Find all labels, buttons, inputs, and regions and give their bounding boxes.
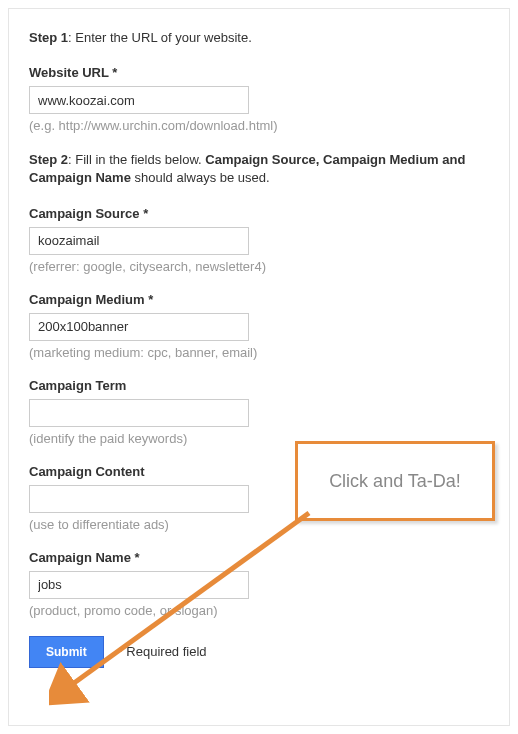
campaign-content-input[interactable] (29, 485, 249, 513)
campaign-source-label: Campaign Source * (29, 206, 489, 221)
campaign-name-input[interactable] (29, 571, 249, 599)
website-url-group: Website URL * (e.g. http://www.urchin.co… (29, 65, 489, 133)
step2-bold1: Step 2 (29, 152, 68, 167)
website-url-label: Website URL * (29, 65, 489, 80)
campaign-medium-label: Campaign Medium * (29, 292, 489, 307)
callout-box: Click and Ta-Da! (295, 441, 495, 521)
step2-text2: should always be used. (131, 170, 270, 185)
step1-bold: Step 1 (29, 30, 68, 45)
campaign-name-group: Campaign Name * (product, promo code, or… (29, 550, 489, 618)
campaign-medium-hint: (marketing medium: cpc, banner, email) (29, 345, 489, 360)
step2-text1: : Fill in the fields below. (68, 152, 205, 167)
website-url-input[interactable] (29, 86, 249, 114)
form-container: Step 1: Enter the URL of your website. W… (8, 8, 510, 726)
campaign-source-group: Campaign Source * (referrer: google, cit… (29, 206, 489, 274)
campaign-medium-input[interactable] (29, 313, 249, 341)
campaign-source-hint: (referrer: google, citysearch, newslette… (29, 259, 489, 274)
campaign-medium-group: Campaign Medium * (marketing medium: cpc… (29, 292, 489, 360)
step1-text: Step 1: Enter the URL of your website. (29, 29, 489, 47)
step2-text: Step 2: Fill in the fields below. Campai… (29, 151, 489, 187)
campaign-name-label: Campaign Name * (29, 550, 489, 565)
callout-text: Click and Ta-Da! (329, 471, 461, 492)
campaign-term-input[interactable] (29, 399, 249, 427)
campaign-term-group: Campaign Term (identify the paid keyword… (29, 378, 489, 446)
campaign-source-input[interactable] (29, 227, 249, 255)
submit-button[interactable]: Submit (29, 636, 104, 668)
website-url-hint: (e.g. http://www.urchin.com/download.htm… (29, 118, 489, 133)
step1-rest: : Enter the URL of your website. (68, 30, 252, 45)
campaign-name-hint: (product, promo code, or slogan) (29, 603, 489, 618)
campaign-term-label: Campaign Term (29, 378, 489, 393)
submit-row: Submit * Required field (29, 636, 489, 668)
required-field-text: * Required field (118, 644, 207, 659)
